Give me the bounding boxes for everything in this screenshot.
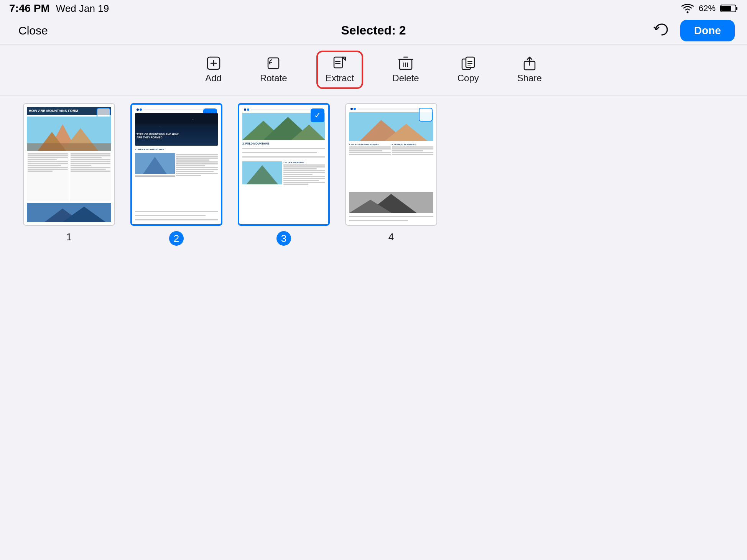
status-right: 62% <box>681 3 738 13</box>
page-item-3[interactable]: ✓ 2. FOLD MOUNTA <box>238 103 330 246</box>
toolbar: Add Rotate Extract <box>0 44 747 95</box>
page-3-checkbox[interactable]: ✓ <box>311 108 324 122</box>
page-3-col-image <box>242 161 282 184</box>
status-time: 7:46 PM <box>9 2 50 15</box>
done-button[interactable]: Done <box>680 20 735 41</box>
svg-rect-2 <box>736 7 737 10</box>
page-3-section-title: 2. FOLD MOUNTAINS <box>242 142 325 145</box>
extract-button[interactable]: Extract <box>318 52 362 87</box>
svg-rect-8 <box>334 57 342 68</box>
pages-container: HOW ARE MOUNTAINS FORM <box>0 95 747 253</box>
page-thumbnail-2[interactable]: ✓ TYPE OF MOUNTAINS AND HOWARE THEY FORM… <box>130 103 222 226</box>
page-1-content: HOW ARE MOUNTAINS FORM <box>24 104 114 225</box>
share-button[interactable]: Share <box>510 52 550 87</box>
page-3-number: 3 <box>276 231 291 246</box>
copy-icon <box>461 56 476 71</box>
delete-icon <box>398 56 413 71</box>
page-2-body-image <box>135 153 175 174</box>
undo-button[interactable] <box>650 20 671 42</box>
page-4-content: 4. UPLIFTED PASSIVE MARGINS 5. RESIDUAL … <box>346 104 436 225</box>
page-1-bottom-image <box>27 203 111 222</box>
page-2-section-title: 1. VOLCANIC MOUNTAINS <box>135 148 218 151</box>
page-2-main-image: TYPE OF MOUNTAINS AND HOWARE THEY FORMED <box>135 113 218 146</box>
rotate-button[interactable]: Rotate <box>252 52 295 87</box>
page-item-1[interactable]: HOW ARE MOUNTAINS FORM <box>23 103 115 243</box>
page-title: Selected: 2 <box>341 23 406 38</box>
battery-text: 62% <box>699 3 716 13</box>
add-button[interactable]: Add <box>197 52 229 87</box>
page-item-4[interactable]: 4. UPLIFTED PASSIVE MARGINS 5. RESIDUAL … <box>345 103 437 243</box>
page-4-top-cols: 4. UPLIFTED PASSIVE MARGINS 5. RESIDUAL … <box>349 143 433 190</box>
page-1-text-area <box>27 153 111 201</box>
share-icon <box>522 56 537 71</box>
page-1-number: 1 <box>66 231 72 243</box>
page-item-2[interactable]: ✓ TYPE OF MOUNTAINS AND HOWARE THEY FORM… <box>130 103 222 246</box>
rotate-icon <box>266 56 281 71</box>
page-thumbnail-3[interactable]: ✓ 2. FOLD MOUNTA <box>238 103 330 226</box>
add-icon <box>206 56 221 71</box>
wifi-icon <box>681 3 694 13</box>
rotate-label: Rotate <box>260 73 287 84</box>
page-4-checkbox[interactable] <box>419 108 433 122</box>
svg-rect-28 <box>27 143 111 151</box>
page-4-bottom-image <box>349 192 433 213</box>
add-label: Add <box>205 73 222 84</box>
copy-label: Copy <box>457 73 479 84</box>
page-3-cols: 3. BLOCK MOUNTAINS <box>242 161 325 186</box>
extract-label: Extract <box>326 73 354 84</box>
page-4-number: 4 <box>388 231 394 243</box>
status-date: Wed Jan 19 <box>56 3 109 15</box>
svg-point-0 <box>686 11 688 13</box>
page-3-content: 2. FOLD MOUNTAINS 3. BLOCK MOUNTAINS <box>239 105 328 224</box>
page-2-cols <box>135 153 218 209</box>
nav-bar: Close Selected: 2 Done <box>0 17 747 44</box>
close-button[interactable]: Close <box>12 21 54 40</box>
delete-button[interactable]: Delete <box>385 52 426 87</box>
page-1-main-image <box>27 117 111 151</box>
extract-icon <box>332 56 347 71</box>
page-thumbnail-4[interactable]: 4. UPLIFTED PASSIVE MARGINS 5. RESIDUAL … <box>345 103 437 226</box>
status-bar: 7:46 PM Wed Jan 19 62% <box>0 0 747 17</box>
battery-icon <box>720 4 738 13</box>
page-thumbnail-1[interactable]: HOW ARE MOUNTAINS FORM <box>23 103 115 226</box>
page-2-number: 2 <box>169 231 184 246</box>
delete-label: Delete <box>392 73 419 84</box>
page-2-content: TYPE OF MOUNTAINS AND HOWARE THEY FORMED… <box>132 105 221 224</box>
svg-rect-3 <box>721 6 731 11</box>
share-label: Share <box>517 73 542 84</box>
copy-button[interactable]: Copy <box>450 52 487 87</box>
